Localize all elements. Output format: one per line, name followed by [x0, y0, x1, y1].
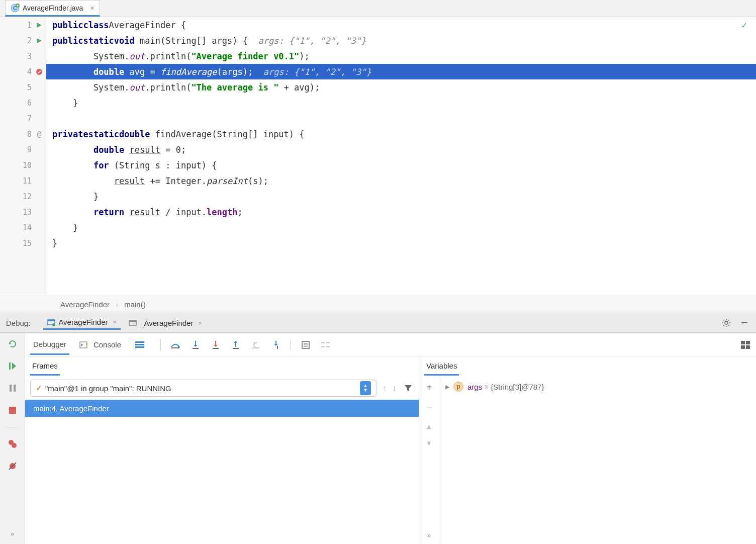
mute-breakpoints-icon[interactable]: [7, 461, 18, 472]
override-icon[interactable]: @: [36, 131, 43, 138]
minimize-icon[interactable]: [739, 317, 750, 328]
view-breakpoints-icon[interactable]: [7, 438, 18, 449]
debug-label: Debug:: [6, 319, 30, 327]
close-tab-icon[interactable]: ×: [90, 4, 94, 12]
svg-rect-10: [741, 322, 747, 323]
svg-rect-8: [129, 320, 136, 322]
expand-icon[interactable]: ▶: [445, 384, 449, 390]
filter-icon[interactable]: [403, 383, 414, 394]
svg-rect-19: [80, 342, 87, 348]
variables-panel: Variables + − ▲ ▼ » ▶ p args = {String[3…: [419, 356, 756, 544]
run-gutter-icon[interactable]: [36, 37, 43, 44]
svg-point-6: [52, 323, 55, 326]
svg-rect-40: [326, 346, 330, 347]
frames-title[interactable]: Frames: [30, 357, 60, 376]
frames-panel: Frames ✓ "main"@1 in group "main": RUNNI…: [25, 356, 419, 544]
console-tab[interactable]: Console: [79, 335, 124, 354]
more-icon[interactable]: »: [427, 531, 431, 539]
add-watch-icon[interactable]: +: [426, 382, 432, 393]
step-out-icon[interactable]: [230, 339, 241, 350]
more-icon[interactable]: »: [7, 528, 18, 539]
editor-tab-bar: C AverageFinder.java ×: [0, 0, 756, 17]
code-editor[interactable]: 1 2 3 4 5 6 7 8@ 9 10 11 12 13 14 15 pub…: [0, 17, 756, 296]
svg-rect-38: [326, 342, 330, 343]
gear-icon[interactable]: [721, 317, 732, 328]
console-icon: [79, 341, 87, 349]
debug-toolwindow-header: Debug: AverageFinder × _AverageFinder ×: [0, 313, 756, 333]
prev-frame-icon[interactable]: ↑: [383, 383, 387, 394]
application-icon: [47, 318, 55, 326]
svg-rect-5: [48, 320, 55, 321]
stack-frame[interactable]: main:4, AverageFinder: [25, 400, 419, 417]
step-over-icon[interactable]: [170, 339, 181, 350]
variables-title[interactable]: Variables: [424, 357, 459, 376]
execution-line: double avg = findAverage(args); args: {"…: [46, 64, 756, 79]
thread-selector[interactable]: ✓ "main"@1 in group "main": RUNNING ▲▼: [30, 380, 376, 397]
svg-rect-14: [9, 407, 16, 414]
breadcrumb-method[interactable]: main(): [124, 300, 146, 309]
trace-icon[interactable]: [320, 339, 331, 350]
chevron-right-icon: ›: [116, 300, 118, 309]
close-icon[interactable]: ×: [199, 319, 203, 327]
run-to-cursor-icon[interactable]: [270, 339, 281, 350]
gutter[interactable]: 1 2 3 4 5 6 7 8@ 9 10 11 12 13 14 15: [0, 17, 46, 296]
breakpoint-icon[interactable]: [36, 68, 43, 75]
debug-session-tab[interactable]: AverageFinder ×: [43, 316, 121, 330]
application-icon: [129, 319, 137, 327]
debug-tabs: Debugger Console: [25, 333, 756, 356]
check-icon: ✓: [36, 384, 42, 393]
svg-point-9: [725, 321, 728, 324]
next-frame-icon[interactable]: ↓: [392, 383, 397, 394]
parameter-badge-icon: p: [453, 382, 463, 392]
svg-rect-41: [741, 341, 745, 344]
evaluate-icon[interactable]: [300, 339, 311, 350]
editor-tab[interactable]: C AverageFinder.java ×: [5, 0, 100, 17]
code-area[interactable]: public class AverageFinder { public stat…: [46, 17, 756, 296]
resume-icon[interactable]: [7, 360, 18, 372]
svg-rect-42: [746, 341, 750, 344]
debugger-tab[interactable]: Debugger: [30, 335, 69, 355]
remove-watch-icon[interactable]: −: [426, 402, 432, 414]
rerun-icon[interactable]: [7, 338, 18, 349]
move-down-icon[interactable]: ▼: [426, 439, 432, 447]
svg-point-16: [12, 443, 17, 448]
breadcrumb: AverageFinder › main(): [0, 296, 756, 313]
svg-rect-39: [321, 346, 325, 347]
pause-icon[interactable]: [7, 383, 18, 394]
svg-rect-43: [741, 345, 745, 349]
threads-icon[interactable]: [134, 339, 145, 350]
debug-session-tab[interactable]: _AverageFinder ×: [125, 317, 206, 329]
debug-toolwindow: » Debugger Console: [0, 333, 756, 544]
drop-frame-icon[interactable]: [250, 339, 261, 350]
svg-rect-20: [135, 341, 144, 343]
variable-item[interactable]: ▶ p args = {String[3]@787}: [445, 382, 750, 392]
stop-icon[interactable]: [7, 405, 18, 416]
svg-rect-37: [321, 342, 325, 343]
layout-settings-icon[interactable]: [740, 339, 751, 350]
svg-rect-12: [10, 385, 12, 392]
debug-left-toolbar: »: [0, 333, 25, 544]
svg-rect-22: [135, 346, 144, 348]
variables-toolbar: + − ▲ ▼ »: [419, 377, 439, 544]
run-gutter-icon[interactable]: [36, 22, 43, 29]
frame-list[interactable]: main:4, AverageFinder: [25, 400, 419, 544]
inspection-ok-icon[interactable]: ✓: [741, 20, 747, 30]
step-into-icon[interactable]: [190, 339, 201, 350]
move-up-icon[interactable]: ▲: [426, 423, 432, 430]
close-icon[interactable]: ×: [113, 318, 117, 326]
svg-rect-13: [14, 385, 16, 392]
tab-filename: AverageFinder.java: [23, 4, 83, 12]
class-file-icon: C: [11, 4, 20, 13]
svg-rect-11: [9, 362, 11, 370]
force-step-into-icon[interactable]: [210, 339, 221, 350]
svg-rect-21: [135, 344, 144, 345]
svg-rect-44: [746, 345, 750, 349]
breadcrumb-class[interactable]: AverageFinder: [60, 300, 110, 309]
variables-list[interactable]: ▶ p args = {String[3]@787}: [439, 377, 756, 544]
dropdown-stepper-icon[interactable]: ▲▼: [360, 381, 371, 395]
